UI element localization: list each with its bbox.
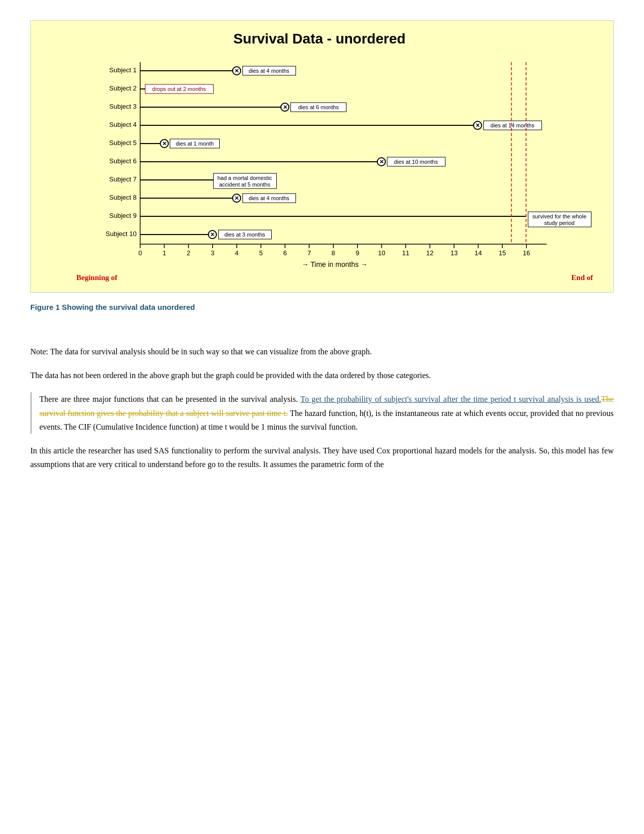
svg-text:13: 13 bbox=[451, 249, 458, 257]
svg-text:5: 5 bbox=[259, 249, 263, 257]
chart-title: Survival Data - unordered bbox=[41, 31, 598, 47]
svg-text:Subject 9: Subject 9 bbox=[109, 212, 136, 219]
beginning-label: Beginning of bbox=[76, 273, 117, 282]
svg-text:0: 0 bbox=[138, 249, 142, 257]
chart-container: Survival Data - unordered Subject 1 Subj… bbox=[30, 20, 614, 293]
svg-text:3: 3 bbox=[211, 249, 214, 257]
svg-text:accident at 5 months: accident at 5 months bbox=[219, 181, 271, 188]
svg-text:Subject 1: Subject 1 bbox=[109, 66, 136, 74]
svg-text:Subject 8: Subject 8 bbox=[109, 194, 136, 201]
svg-text:Subject 6: Subject 6 bbox=[109, 157, 136, 165]
svg-text:survived for the whole: survived for the whole bbox=[532, 213, 586, 219]
svg-text:Subject 4: Subject 4 bbox=[109, 121, 136, 128]
svg-text:dies at 6 months: dies at 6 months bbox=[298, 104, 339, 110]
svg-text:had a mortal domestic: had a mortal domestic bbox=[217, 175, 272, 181]
figure-caption: Figure 1 Showing the survival data unord… bbox=[30, 303, 614, 311]
svg-text:15: 15 bbox=[499, 249, 506, 257]
svg-text:✕: ✕ bbox=[234, 68, 239, 74]
svg-text:→ Time in months →: → Time in months → bbox=[302, 260, 368, 268]
paragraph-3: There are three major functions that can… bbox=[30, 392, 614, 434]
para3-link[interactable]: To get the probability of subject's surv… bbox=[301, 395, 601, 403]
svg-text:8: 8 bbox=[331, 249, 335, 257]
svg-text:9: 9 bbox=[356, 249, 359, 257]
svg-text:drops out at 2 months: drops out at 2 months bbox=[152, 86, 206, 92]
svg-text:Subject 5: Subject 5 bbox=[109, 139, 136, 147]
svg-text:6: 6 bbox=[283, 249, 287, 257]
svg-text:11: 11 bbox=[402, 249, 409, 257]
svg-text:14: 14 bbox=[474, 249, 481, 257]
paragraph-1: Note: The data for survival analysis sho… bbox=[30, 345, 614, 358]
svg-text:1: 1 bbox=[163, 249, 166, 257]
svg-text:dies at 4 months: dies at 4 months bbox=[249, 68, 289, 74]
svg-text:4: 4 bbox=[235, 249, 238, 257]
para3-prefix: There are three major functions that can… bbox=[39, 395, 301, 403]
svg-text:✕: ✕ bbox=[475, 122, 480, 128]
svg-text:✕: ✕ bbox=[162, 141, 167, 147]
svg-text:Subject 10: Subject 10 bbox=[106, 230, 136, 238]
survival-chart-svg: Subject 1 Subject 2 Subject 3 Subject 4 … bbox=[76, 57, 593, 269]
svg-text:10: 10 bbox=[378, 249, 385, 257]
svg-text:✕: ✕ bbox=[283, 104, 287, 110]
paragraph-4: In this article the researcher has used … bbox=[30, 444, 614, 471]
paragraph-2: The data has not been ordered in the abo… bbox=[30, 368, 614, 382]
svg-text:✕: ✕ bbox=[379, 159, 384, 165]
svg-text:dies at 3 months: dies at 3 months bbox=[224, 231, 265, 238]
axis-bottom-labels: Beginning of End of bbox=[76, 273, 593, 282]
svg-text:7: 7 bbox=[307, 249, 311, 257]
svg-text:Subject 2: Subject 2 bbox=[109, 84, 136, 92]
svg-text:12: 12 bbox=[426, 249, 433, 257]
chart-area: Subject 1 Subject 2 Subject 3 Subject 4 … bbox=[76, 57, 593, 282]
svg-text:16: 16 bbox=[523, 249, 530, 257]
svg-text:2: 2 bbox=[186, 249, 190, 257]
svg-text:study period: study period bbox=[544, 220, 575, 226]
end-label: End of bbox=[571, 273, 593, 282]
svg-text:dies at 14 months: dies at 14 months bbox=[490, 122, 534, 128]
svg-text:dies at 4 months: dies at 4 months bbox=[249, 195, 289, 201]
svg-text:dies at 1 month: dies at 1 month bbox=[176, 141, 214, 147]
svg-text:✕: ✕ bbox=[234, 195, 239, 201]
svg-text:✕: ✕ bbox=[210, 231, 215, 238]
svg-text:dies at 10 months: dies at 10 months bbox=[394, 159, 438, 165]
svg-text:Subject 3: Subject 3 bbox=[109, 103, 136, 110]
svg-text:Subject 7: Subject 7 bbox=[109, 175, 136, 183]
